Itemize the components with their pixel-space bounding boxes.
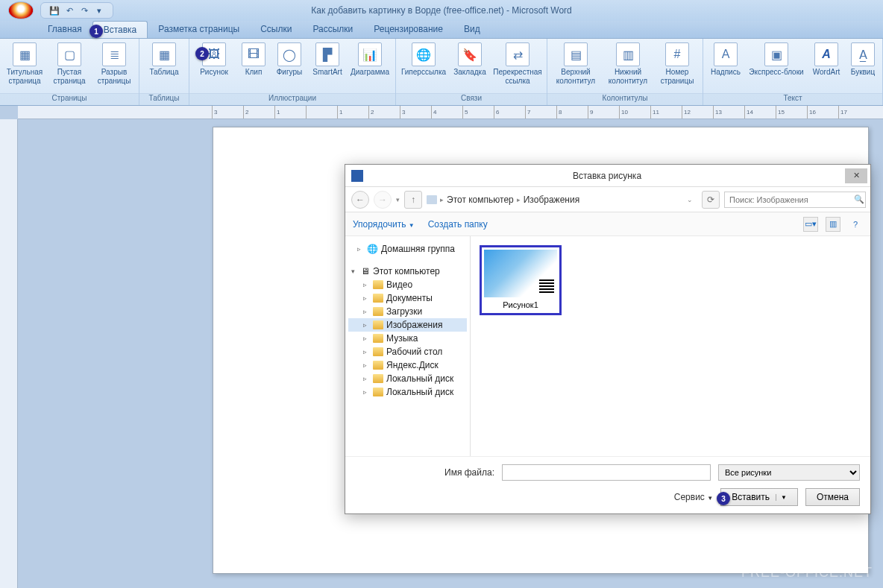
tree-item-label: Видео [386,279,412,290]
tree-item[interactable]: ▹Видео [348,278,467,291]
file-thumbnail[interactable]: Рисунок1 [480,245,562,315]
cover-page-button[interactable]: ▦Титульная страница [3,41,46,86]
textbox-button[interactable]: AНадпись [706,41,745,78]
chevron-down-icon[interactable]: ⌄ [687,196,693,203]
clip-button[interactable]: 🎞Клип [237,41,270,78]
tree-item[interactable]: ▹Загрузки [348,305,467,318]
search-input[interactable] [724,192,866,208]
folder-tree[interactable]: ▹🌐Домашняя группа ▾🖥Этот компьютер ▹Виде… [345,236,471,456]
undo-icon[interactable]: ↶ [63,4,75,16]
chevron-right-icon: ▹ [363,388,370,396]
folder-icon [373,388,383,396]
horizontal-ruler[interactable]: 3211234567891011121314151617 [18,106,883,119]
textbox-icon: A [714,42,738,66]
quickparts-button[interactable]: ▣Экспресс-блоки [747,41,806,78]
page-number-button[interactable]: #Номер страницы [655,41,700,86]
page-break-button[interactable]: ≣Разрыв страницы [92,41,136,86]
tab-review[interactable]: Рецензирование [363,21,453,38]
tab-mailings[interactable]: Рассылки [302,21,363,38]
chevron-right-icon: ▸ [440,196,444,203]
cancel-button[interactable]: Отмена [805,488,860,506]
smartart-icon: ▛ [315,42,339,66]
tree-item-label: Рабочий стол [386,347,442,357]
chart-icon: 📊 [358,42,382,66]
tree-item[interactable]: ▹Музыка [348,332,467,345]
redo-icon[interactable]: ↷ [78,4,90,16]
group-label: Текст [703,93,882,105]
callout-badge-2: 2 [195,47,209,60]
tree-item[interactable]: ▹Документы [348,291,467,305]
computer-icon [427,195,437,204]
tree-item[interactable]: ▹Рабочий стол [348,345,467,358]
blank-page-button[interactable]: ▢Пустая страница [48,41,91,86]
ruler-tick: 5 [462,106,494,118]
footer-button[interactable]: ▥Нижний колонтитул [603,41,653,86]
tree-homegroup[interactable]: ▹🌐Домашняя группа [348,242,467,256]
breadcrumb-current[interactable]: Изображения [524,195,579,205]
header-button[interactable]: ▤Верхний колонтитул [550,41,601,86]
tree-item[interactable]: ▹Изображения [348,318,467,332]
dialog-titlebar[interactable]: Вставка рисунка ✕ [345,165,870,187]
back-icon[interactable]: ← [351,191,369,209]
search-icon[interactable]: 🔍 [854,195,864,204]
tab-page-layout[interactable]: Разметка страницы [148,21,250,38]
wordart-button[interactable]: AWordArt [808,41,845,78]
group-label: Таблицы [139,93,189,105]
up-icon[interactable]: ↑ [404,191,422,209]
hyperlink-button[interactable]: 🌐Гиперссылка [399,41,448,78]
preview-pane-icon[interactable]: ▥ [826,217,840,232]
dialog-title: Вставка рисунка [369,171,845,181]
tree-item[interactable]: ▹Локальный диск [348,372,467,385]
tools-button[interactable]: Сервис ▼ [674,492,713,502]
breadcrumb-root[interactable]: Этот компьютер [447,195,514,205]
dropcap-button[interactable]: A̲Буквиц [846,41,879,78]
chevron-right-icon: ▹ [363,281,370,288]
tree-item[interactable]: ▹Яндекс.Диск [348,358,467,372]
bookmark-button[interactable]: 🔖Закладка [450,41,490,78]
table-button[interactable]: ▦Таблица [142,41,186,78]
group-illustrations: 🖼Рисунок 🎞Клип ◯Фигуры ▛SmartArt 📊Диагра… [189,39,396,105]
breadcrumb[interactable]: ▸ Этот компьютер ▸ Изображения [427,195,682,205]
chevron-right-icon: ▹ [363,308,370,315]
file-list[interactable]: Рисунок1 [471,236,870,456]
tab-links[interactable]: Ссылки [250,21,302,38]
tree-item-label: Изображения [386,320,442,330]
folder-icon [373,374,383,383]
chevron-down-icon: ▼ [707,495,713,502]
help-icon[interactable]: ? [848,217,863,232]
folder-icon [373,320,383,329]
ruler-tick: 13 [713,106,744,118]
ruler-tick: 17 [838,106,870,118]
insert-button[interactable]: Вставить▼ [720,488,798,506]
tab-view[interactable]: Вид [453,21,491,38]
page-number-icon: # [665,42,689,66]
thumbnail-image [484,250,557,297]
filetype-select[interactable]: Все рисунки [718,464,860,481]
forward-icon[interactable]: → [374,191,392,209]
tab-home[interactable]: Главная [37,21,92,38]
group-tables: ▦Таблица Таблицы [139,39,189,105]
filename-input[interactable] [502,464,711,481]
organize-button[interactable]: Упорядочить ▼ [353,219,415,230]
view-mode-icon[interactable]: ▭▾ [803,217,818,232]
qat-more-icon[interactable]: ▾ [93,4,105,16]
chevron-down-icon: ▼ [776,494,787,501]
chart-button[interactable]: 📊Диаграмма [348,41,392,78]
shapes-button[interactable]: ◯Фигуры [271,41,307,78]
chevron-down-icon[interactable]: ▾ [396,196,400,203]
office-button[interactable] [8,1,34,19]
close-icon[interactable]: ✕ [845,168,867,183]
smartart-button[interactable]: ▛SmartArt [309,41,346,78]
cross-ref-button[interactable]: ⇄Перекрестная ссылка [491,41,544,86]
tree-item[interactable]: ▹Локальный диск [348,385,467,399]
group-header-footer: ▤Верхний колонтитул ▥Нижний колонтитул #… [547,39,703,105]
tree-computer[interactable]: ▾🖥Этот компьютер [348,265,467,278]
callout-badge-3: 3 [717,492,730,505]
vertical-ruler[interactable] [0,119,18,588]
group-links: 🌐Гиперссылка 🔖Закладка ⇄Перекрестная ссы… [396,39,547,105]
cover-page-icon: ▦ [13,42,37,66]
new-folder-button[interactable]: Создать папку [428,219,488,230]
save-icon[interactable]: 💾 [48,4,60,16]
window-title: Как добавить картинку в Ворде (free-offi… [311,5,572,16]
refresh-icon[interactable]: ⟳ [702,191,720,209]
